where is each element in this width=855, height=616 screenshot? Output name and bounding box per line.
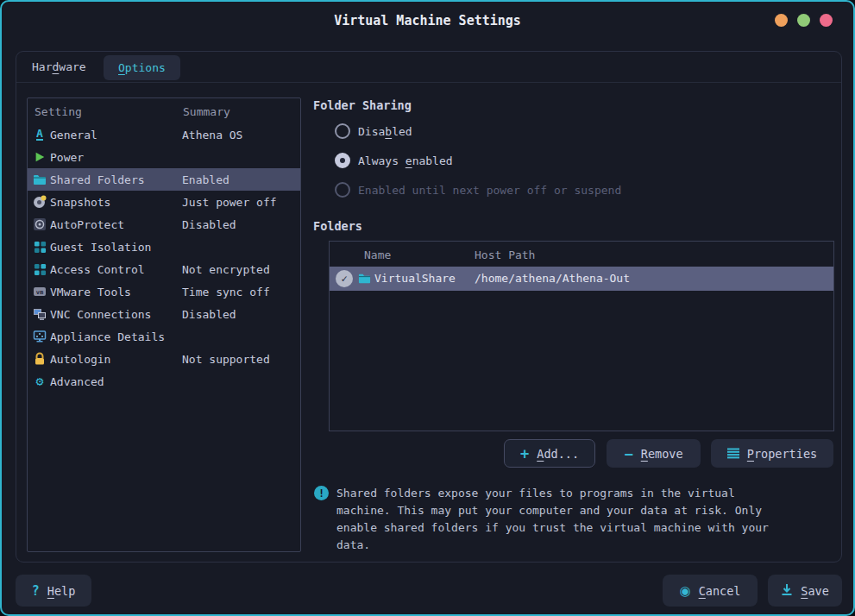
settings-item-general[interactable]: A General Athena OS: [28, 123, 300, 146]
minimize-button[interactable]: [775, 14, 788, 27]
radio-disabled[interactable]: Disabled: [335, 123, 412, 140]
folders-heading: Folders: [313, 219, 362, 233]
radio-enabled-until-poweroff: Enabled until next power off or suspend: [335, 181, 621, 198]
cancel-button[interactable]: ◉ Cancel: [663, 575, 758, 607]
remove-button[interactable]: − Remove: [607, 439, 701, 468]
settings-list-header: Setting Summary: [28, 98, 300, 123]
guest-isolation-icon: [33, 240, 47, 254]
lock-icon: [33, 352, 47, 366]
settings-item-shared-folders[interactable]: Shared Folders Enabled: [28, 168, 300, 191]
plus-icon: +: [520, 445, 529, 462]
vm-settings-window: Virtual Machine Settings Hardware Option…: [0, 0, 855, 616]
warning-icon: !: [314, 486, 329, 500]
help-button[interactable]: ? Help: [16, 575, 91, 607]
folders-table[interactable]: Name Host Path ✓ VirtualShare /home/athe…: [329, 241, 834, 431]
radio-label-always-enabled: Always enabled: [358, 154, 453, 167]
folder-host-path: /home/athena/Athena-Out: [475, 267, 630, 291]
folder-icon: [358, 272, 371, 287]
properties-button[interactable]: Properties: [711, 439, 833, 468]
radio-circle-enabled-until: [335, 182, 350, 198]
folder-sharing-heading: Folder Sharing: [313, 98, 412, 112]
folder-row-virtualshare[interactable]: ✓ VirtualShare /home/athena/Athena-Out: [330, 267, 833, 291]
folder-icon: [33, 173, 47, 186]
settings-item-access-control[interactable]: Access Control Not encrypted: [28, 258, 300, 280]
tab-bar: Hardware Options: [16, 52, 841, 83]
radio-circle-always-enabled[interactable]: [335, 153, 350, 168]
settings-item-snapshots[interactable]: Snapshots Just power off: [28, 191, 300, 213]
tab-hardware[interactable]: Hardware: [32, 52, 86, 83]
add-button[interactable]: + Add...: [504, 439, 595, 468]
maximize-button[interactable]: [797, 14, 810, 27]
folder-name: VirtualShare: [374, 267, 456, 291]
settings-item-power[interactable]: Power: [28, 146, 300, 168]
radio-always-enabled[interactable]: Always enabled: [335, 152, 453, 169]
save-button[interactable]: Save: [768, 575, 842, 607]
name-column-header: Name: [364, 248, 391, 261]
dual-monitor-icon: [33, 307, 47, 321]
minus-icon: −: [624, 445, 632, 462]
radio-label-enabled-until: Enabled until next power off or suspend: [358, 184, 621, 197]
settings-item-autologin[interactable]: Autologin Not supported: [28, 348, 300, 370]
check-circle-icon[interactable]: ✓: [336, 270, 353, 287]
radio-circle-disabled[interactable]: [335, 123, 350, 139]
folders-table-header: Name Host Path: [330, 242, 833, 267]
warning-text: Shared folders expose your files to prog…: [336, 485, 842, 554]
font-a-icon: A: [33, 128, 47, 141]
summary-column-header: Summary: [183, 105, 230, 118]
snapshot-disc-icon: [33, 195, 47, 209]
vmware-tools-icon: vm: [33, 285, 47, 299]
settings-item-guest-isolation[interactable]: Guest Isolation: [28, 236, 300, 258]
settings-list: Setting Summary A General Athena OS Powe…: [27, 97, 301, 552]
save-download-icon: [781, 583, 793, 599]
window-title: Virtual Machine Settings: [2, 2, 853, 40]
access-control-icon: [33, 262, 47, 276]
settings-item-autoprotect[interactable]: AutoProtect Disabled: [28, 213, 300, 236]
radio-label-disabled: Disabled: [358, 125, 412, 138]
tab-options[interactable]: Options: [104, 55, 180, 80]
cancel-circle-icon: ◉: [680, 583, 691, 599]
autoprotect-icon: [33, 217, 47, 231]
svg-text:vm: vm: [36, 289, 43, 296]
settings-item-vnc-connections[interactable]: VNC Connections Disabled: [28, 303, 300, 325]
settings-tab-panel: Hardware Options Setting Summary A Gener…: [16, 51, 842, 563]
appliance-icon: [33, 330, 47, 343]
title-bar: Virtual Machine Settings: [2, 2, 853, 41]
host-path-column-header: Host Path: [475, 248, 535, 261]
gear-icon: ⚙: [33, 374, 47, 388]
settings-item-vmware-tools[interactable]: vm VMware Tools Time sync off: [28, 280, 300, 303]
list-lines-icon: [727, 448, 739, 459]
settings-item-advanced[interactable]: ⚙ Advanced: [28, 370, 300, 393]
play-icon: [33, 150, 47, 164]
setting-column-header: Setting: [35, 105, 82, 118]
close-button[interactable]: [820, 14, 833, 27]
window-controls: [775, 14, 833, 27]
question-icon: ?: [32, 583, 40, 599]
settings-item-appliance-details[interactable]: Appliance Details: [28, 325, 300, 348]
